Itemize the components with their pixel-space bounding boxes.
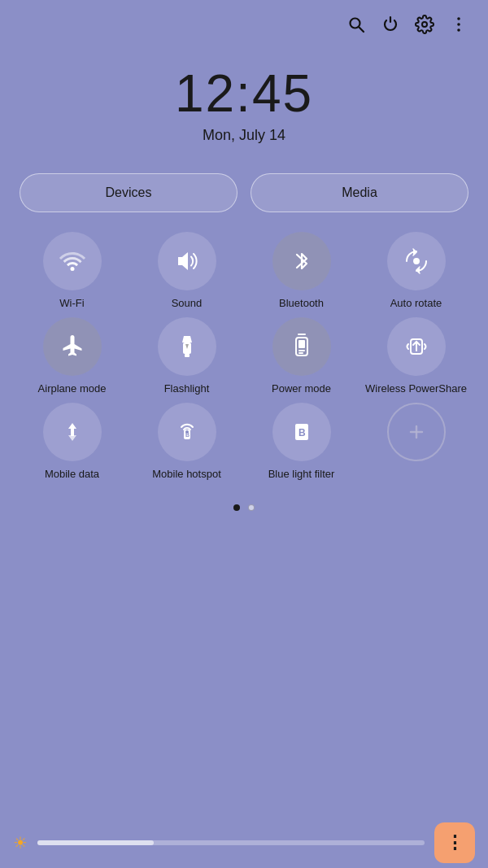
bottom-bar: ☀ ⋮: [0, 818, 488, 868]
svg-point-3: [457, 17, 460, 20]
svg-text:B: B: [298, 427, 306, 438]
autorotate-label: Auto rotate: [390, 297, 442, 311]
svg-rect-12: [298, 340, 305, 348]
sound-label: Sound: [172, 297, 203, 311]
clock-area: 12:45 Mon, July 14: [0, 63, 488, 144]
brightness-sun-icon: ☀: [13, 833, 28, 853]
svg-rect-9: [185, 354, 190, 357]
brightness-slider-fill: [37, 840, 154, 845]
top-bar: [0, 0, 488, 39]
more-options-icon: ⋮: [446, 832, 464, 853]
quick-buttons: Devices Media: [0, 173, 488, 212]
wifi-circle: [43, 232, 102, 290]
power-icon[interactable]: [381, 15, 400, 39]
autorotate-circle: [387, 232, 446, 290]
bluelight-toggle[interactable]: B Blue light filter: [246, 403, 357, 482]
mobiledata-circle: [43, 403, 102, 461]
page-dot-1[interactable]: [233, 504, 240, 511]
svg-point-0: [351, 19, 360, 28]
sound-circle: [158, 232, 216, 290]
flashlight-label: Flashlight: [164, 382, 210, 396]
page-dots: [0, 504, 488, 511]
airplane-label: Airplane mode: [38, 382, 107, 396]
powershare-toggle[interactable]: Wireless PowerShare: [360, 317, 472, 396]
powermode-label: Power mode: [272, 382, 331, 396]
toggle-grid: Wi-Fi Sound Bluetooth: [0, 232, 488, 482]
powermode-circle: [272, 317, 331, 376]
svg-point-7: [414, 259, 419, 264]
svg-text:B: B: [185, 432, 190, 438]
powershare-circle: [387, 317, 446, 376]
settings-icon[interactable]: [415, 15, 434, 39]
airplane-toggle[interactable]: Airplane mode: [16, 317, 128, 396]
bluetooth-toggle[interactable]: Bluetooth: [246, 232, 357, 311]
bluelight-circle: B: [272, 403, 331, 461]
flashlight-toggle[interactable]: Flashlight: [131, 317, 242, 396]
page-dot-2[interactable]: [248, 504, 255, 511]
clock-date: Mon, July 14: [0, 127, 488, 144]
powershare-label: Wireless PowerShare: [365, 382, 467, 396]
devices-button[interactable]: Devices: [20, 173, 237, 212]
autorotate-toggle[interactable]: Auto rotate: [360, 232, 472, 311]
airplane-circle: [43, 317, 102, 376]
mobiledata-toggle[interactable]: Mobile data: [16, 403, 128, 482]
wifi-label: Wi-Fi: [59, 297, 84, 311]
svg-point-2: [422, 22, 427, 27]
more-icon[interactable]: [449, 15, 468, 39]
add-circle: [387, 403, 446, 461]
brightness-slider[interactable]: [37, 840, 425, 845]
mobiledata-label: Mobile data: [45, 468, 99, 482]
add-toggle[interactable]: [360, 403, 472, 482]
search-icon[interactable]: [346, 15, 366, 39]
media-button[interactable]: Media: [251, 173, 468, 212]
bluetooth-circle: [272, 232, 331, 290]
svg-point-5: [457, 28, 460, 32]
powermode-toggle[interactable]: Power mode: [246, 317, 357, 396]
svg-point-4: [457, 23, 460, 26]
bluelight-label: Blue light filter: [268, 468, 335, 482]
svg-line-1: [359, 28, 364, 33]
sound-toggle[interactable]: Sound: [131, 232, 242, 311]
flashlight-circle: [158, 317, 216, 376]
hotspot-label: Mobile hotspot: [152, 468, 221, 482]
svg-marker-6: [178, 252, 188, 270]
more-options-button[interactable]: ⋮: [434, 822, 475, 863]
wifi-toggle[interactable]: Wi-Fi: [16, 232, 128, 311]
bluetooth-label: Bluetooth: [279, 297, 324, 311]
clock-time: 12:45: [0, 63, 488, 124]
hotspot-toggle[interactable]: B Mobile hotspot: [131, 403, 242, 482]
hotspot-circle: B: [158, 403, 216, 461]
